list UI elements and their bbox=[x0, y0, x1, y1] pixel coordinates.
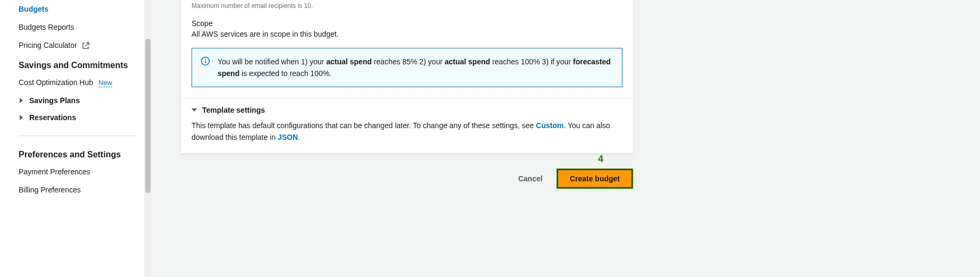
sidebar-scroll-thumb[interactable] bbox=[145, 39, 151, 193]
sidebar-divider bbox=[19, 136, 136, 136]
sidebar: Budgets Budgets Reports Pricing Calculat… bbox=[0, 0, 152, 277]
cancel-button[interactable]: Cancel bbox=[515, 170, 546, 187]
caret-right-icon bbox=[19, 115, 24, 120]
scope-label: Scope bbox=[192, 10, 622, 28]
caret-right-icon bbox=[19, 98, 24, 103]
sidebar-item-reservations[interactable]: Reservations bbox=[19, 109, 152, 126]
cost-opt-hub-label: Cost Optimization Hub bbox=[19, 78, 93, 87]
svg-point-1 bbox=[205, 59, 206, 60]
scope-value: All AWS services are in scope in this bu… bbox=[192, 28, 622, 38]
budget-form-card: Maximum number of email recipients is 10… bbox=[181, 0, 633, 154]
recipients-help-text: Maximum number of email recipients is 10… bbox=[192, 0, 622, 10]
external-link-icon bbox=[81, 41, 90, 50]
sidebar-item-savings-plans[interactable]: Savings Plans bbox=[19, 92, 152, 109]
main-content: Maximum number of email recipients is 10… bbox=[152, 0, 980, 277]
create-budget-button[interactable]: Create budget bbox=[557, 169, 633, 189]
sidebar-section-savings: Savings and Commitments bbox=[19, 54, 152, 73]
savings-plans-label: Savings Plans bbox=[29, 96, 80, 105]
info-alert: You will be notified when 1) your actual… bbox=[192, 48, 622, 87]
sidebar-item-budgets-reports[interactable]: Budgets Reports bbox=[19, 18, 152, 36]
pricing-calculator-label: Pricing Calculator bbox=[19, 41, 77, 49]
template-settings-toggle[interactable]: Template settings bbox=[192, 98, 622, 120]
info-icon bbox=[201, 56, 210, 66]
sidebar-item-cost-optimization-hub[interactable]: Cost Optimization Hub New bbox=[19, 73, 152, 92]
sidebar-item-billing-preferences[interactable]: Billing Preferences bbox=[19, 181, 152, 199]
sidebar-item-payment-preferences[interactable]: Payment Preferences bbox=[19, 163, 152, 181]
reservations-label: Reservations bbox=[29, 113, 76, 122]
step-marker: 4 bbox=[598, 154, 603, 165]
sidebar-scrollbar[interactable] bbox=[144, 0, 152, 277]
sidebar-item-budgets[interactable]: Budgets bbox=[19, 0, 152, 18]
custom-link[interactable]: Custom bbox=[536, 121, 563, 130]
caret-down-icon bbox=[192, 107, 197, 113]
form-actions: 4 Cancel Create budget bbox=[181, 169, 633, 189]
alert-text: You will be notified when 1) your actual… bbox=[218, 56, 613, 79]
template-settings-label: Template settings bbox=[202, 106, 265, 114]
new-badge: New bbox=[98, 79, 112, 87]
sidebar-section-prefs: Preferences and Settings bbox=[19, 144, 152, 163]
json-link[interactable]: JSON bbox=[278, 133, 298, 141]
sidebar-item-pricing-calculator[interactable]: Pricing Calculator bbox=[19, 36, 152, 54]
template-settings-description: This template has default configurations… bbox=[192, 120, 622, 154]
